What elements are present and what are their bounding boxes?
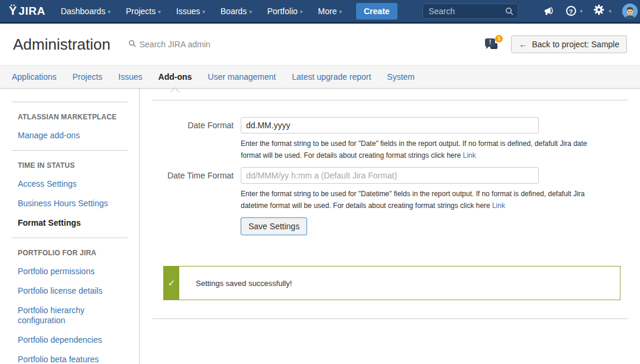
date-format-row: Date Format Enter the format string to b… <box>152 117 628 161</box>
tab-applications[interactable]: Applications <box>12 66 57 88</box>
tab-projects[interactable]: Projects <box>73 66 103 88</box>
date-format-help-link[interactable]: Link <box>463 151 476 160</box>
chevron-down-icon: ▾ <box>202 9 205 15</box>
date-format-label: Date Format <box>152 117 241 161</box>
divider <box>152 100 628 100</box>
admin-header: Administration ! 1 ← Back to project: Sa… <box>0 24 640 65</box>
jira-logo-text: JIRA <box>18 5 45 18</box>
date-time-format-help-link[interactable]: Link <box>492 202 505 210</box>
back-to-project-button[interactable]: ← Back to project: Sample <box>511 35 627 53</box>
page-title: Administration <box>13 35 111 54</box>
sidebar-item-access-settings[interactable]: Access Settings <box>18 179 128 189</box>
format-settings-form: Date Format Enter the format string to b… <box>152 117 628 235</box>
sidebar-item-portfolio-license-details[interactable]: Portfolio license details <box>18 286 128 296</box>
date-format-input[interactable] <box>241 117 539 134</box>
jira-logo-icon: Ÿ <box>9 4 16 18</box>
nav-more[interactable]: More▾ <box>318 6 342 16</box>
settings-menu[interactable]: ▾ <box>590 4 615 18</box>
divider <box>152 318 628 319</box>
sidebar-heading-time-in-status: TIME IN STATUS <box>18 161 128 170</box>
tab-add-ons[interactable]: Add-ons <box>159 66 192 88</box>
checkmark-icon: ✓ <box>164 266 179 300</box>
chevron-down-icon: ▾ <box>609 8 612 14</box>
notification-badge: 1 <box>495 35 503 43</box>
chevron-down-icon: ▾ <box>339 9 342 15</box>
megaphone-icon[interactable] <box>539 5 558 17</box>
sidebar-heading-portfolio-for-jira: PORTFOLIO FOR JIRA <box>18 249 128 257</box>
sidebar-item-business-hours-settings[interactable]: Business Hours Settings <box>18 199 128 209</box>
admin-search <box>128 39 252 50</box>
sidebar-item-portfolio-hierarchy-configuration[interactable]: Portfolio hierarchy configuration <box>18 306 128 326</box>
tab-system[interactable]: System <box>387 66 415 88</box>
search-icon <box>128 39 136 50</box>
date-time-format-description: Enter the format string to be used for "… <box>241 188 593 212</box>
help-icon: ? <box>566 6 576 16</box>
date-time-format-row: Date Time Format Enter the format string… <box>152 167 628 212</box>
chevron-down-icon: ▾ <box>108 9 111 15</box>
divider <box>12 102 128 102</box>
tab-user-management[interactable]: User management <box>208 66 276 88</box>
nav-portfolio[interactable]: Portfolio▾ <box>267 6 303 16</box>
sidebar-item-manage-add-ons[interactable]: Manage add-ons <box>18 131 128 141</box>
user-menu[interactable]: ▾ <box>619 4 640 19</box>
chevron-down-icon: ▾ <box>249 9 252 15</box>
nav-projects[interactable]: Projects▾ <box>126 6 161 16</box>
date-time-format-input[interactable] <box>241 167 539 184</box>
main-panel: Date Format Enter the format string to b… <box>140 89 640 364</box>
date-format-description: Enter the format string to be used for "… <box>241 138 593 161</box>
main-navigation: Dashboards▾ Projects▾ Issues▾ Boards▾ Po… <box>61 6 342 16</box>
back-arrow-icon: ← <box>519 40 527 49</box>
navbar-search <box>422 4 518 19</box>
chevron-down-icon: ▾ <box>158 9 161 15</box>
nav-boards[interactable]: Boards▾ <box>221 6 252 16</box>
admin-tabs: Applications Projects Issues Add-ons Use… <box>0 65 640 89</box>
speech-bubble-icon: ! <box>485 38 495 47</box>
sidebar-item-portfolio-dependencies[interactable]: Portfolio dependencies <box>18 335 128 345</box>
nav-issues[interactable]: Issues▾ <box>176 6 205 16</box>
nav-dashboards[interactable]: Dashboards▾ <box>61 6 111 16</box>
admin-sidebar: ATLASSIAN MARKETPLACE Manage add-ons TIM… <box>0 89 140 364</box>
chevron-down-icon: ▾ <box>300 9 303 15</box>
content-area: ATLASSIAN MARKETPLACE Manage add-ons TIM… <box>0 89 640 364</box>
date-time-format-label: Date Time Format <box>152 167 241 212</box>
avatar <box>622 4 638 19</box>
success-message-text: Settings saved successfully! <box>179 279 292 288</box>
sidebar-item-portfolio-beta-features[interactable]: Portfolio beta features <box>18 355 128 364</box>
chevron-down-icon: ▾ <box>580 8 583 14</box>
save-settings-button[interactable]: Save Settings <box>241 217 307 235</box>
tab-issues[interactable]: Issues <box>118 66 142 88</box>
help-menu[interactable]: ? ▾ <box>563 6 586 16</box>
sidebar-item-format-settings[interactable]: Format Settings <box>18 218 128 228</box>
divider <box>12 238 128 238</box>
admin-header-right: ! 1 ← Back to project: Sample <box>485 35 627 54</box>
navbar-search-input[interactable] <box>422 4 518 19</box>
create-button[interactable]: Create <box>356 3 397 20</box>
divider <box>12 150 128 151</box>
admin-search-input[interactable] <box>140 40 252 49</box>
success-message: ✓ Settings saved successfully! <box>163 266 620 300</box>
tab-latest-upgrade-report[interactable]: Latest upgrade report <box>292 66 371 88</box>
search-icon <box>505 7 513 18</box>
gear-icon <box>593 4 605 18</box>
navbar-icons: ? ▾ ▾ <box>539 4 640 19</box>
top-navbar: Ÿ JIRA Dashboards▾ Projects▾ Issues▾ Boa… <box>0 0 640 24</box>
jira-logo[interactable]: Ÿ JIRA <box>9 4 46 18</box>
notifications-icon[interactable]: ! 1 <box>485 35 503 54</box>
sidebar-item-portfolio-permissions[interactable]: Portfolio permissions <box>18 266 128 277</box>
sidebar-heading-atlassian-marketplace: ATLASSIAN MARKETPLACE <box>18 113 128 121</box>
